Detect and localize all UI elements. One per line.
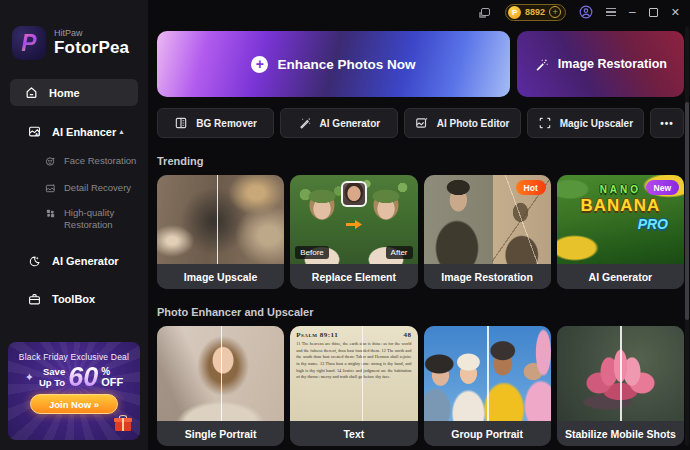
ai-enhancer-icon: AI	[28, 125, 41, 138]
credits-count: 8892	[525, 7, 545, 17]
gallery-icon[interactable]	[481, 8, 492, 16]
card-label: Text	[290, 421, 417, 446]
join-now-button[interactable]: Join Now »	[30, 394, 118, 414]
new-badge: New	[646, 180, 679, 195]
promo-percent: 60	[68, 365, 98, 389]
ai-photo-editor-label: AI Photo Editor	[437, 118, 510, 129]
text-page-thumbnail: Psalm 89:11 48 11 The heavens are thine,…	[290, 326, 417, 421]
before-after-divider	[487, 326, 489, 421]
ai-photo-editor-button[interactable]: AI Photo Editor	[404, 108, 521, 138]
quick-tools-row: BG Remover AI Generator AI Photo Editor …	[157, 108, 684, 138]
promo-title: Black Friday Exclusive Deal	[8, 352, 140, 362]
card-replace-element[interactable]: Before After Replace Element	[290, 175, 417, 289]
sidebar-item-ai-generator[interactable]: AI Generator	[0, 255, 148, 268]
card-ai-generator[interactable]: New NANO BANANA PRO AI Generator	[557, 175, 684, 289]
card-label: Single Portrait	[157, 421, 284, 446]
face-restoration-icon	[45, 156, 56, 167]
card-label: Replace Element	[290, 264, 417, 289]
ai-generator-button[interactable]: AI Generator	[280, 108, 397, 138]
promo-upto-word: Up To	[39, 377, 65, 388]
chevron-up-icon[interactable]: ▲	[118, 128, 125, 135]
single-portrait-thumbnail	[157, 326, 284, 421]
sidebar-item-detail-recovery[interactable]: Detail Recovery	[0, 182, 148, 194]
app-logo: P HitPaw FotorPea	[12, 26, 148, 60]
home-icon	[25, 86, 38, 99]
magic-upscaler-button[interactable]: Magic Upscaler	[527, 108, 644, 138]
svg-text:AI: AI	[35, 132, 39, 137]
upscale-brackets-icon	[538, 116, 552, 130]
sidebar-item-toolbox[interactable]: ToolBox	[0, 293, 148, 306]
trending-cards: Image Upscale Before After Replace Eleme…	[157, 175, 684, 289]
sidebar-item-face-restoration[interactable]: Face Restoration	[0, 155, 148, 167]
detail-recovery-icon	[45, 183, 56, 194]
sidebar-item-high-quality-restoration[interactable]: High-quality Restoration	[0, 207, 148, 231]
scrollbar-thumb[interactable]	[685, 102, 689, 320]
pro-text: PRO	[638, 216, 668, 232]
image-upscale-thumbnail	[157, 175, 284, 264]
enhance-photos-now-button[interactable]: + Enhance Photos Now	[157, 31, 510, 97]
brand-hitpaw: HitPaw	[54, 28, 129, 38]
bg-remover-icon	[174, 116, 188, 130]
psalm-body-text: 11 The heavens are thine, the earth also…	[296, 341, 411, 381]
close-icon[interactable]: ✕	[671, 6, 680, 19]
high-quality-restoration-label: High-quality Restoration	[64, 207, 138, 231]
replace-element-thumbnail: Before After	[290, 175, 417, 264]
card-single-portrait[interactable]: Single Portrait	[157, 326, 284, 446]
enhance-photos-now-label: Enhance Photos Now	[277, 57, 415, 72]
toolbox-label: ToolBox	[52, 293, 95, 305]
brand-fotorpea: FotorPea	[54, 38, 129, 58]
card-label: Group Portrait	[424, 421, 551, 446]
promo-off-word: OFF	[101, 377, 123, 388]
card-stabilize-mobile-shots[interactable]: Stabilize Mobile Shots	[557, 326, 684, 446]
ai-generator-icon	[28, 255, 41, 268]
promo-save-word: Save	[43, 366, 65, 377]
trending-section-title: Trending	[157, 155, 684, 167]
before-after-divider	[620, 326, 622, 421]
black-friday-banner[interactable]: Black Friday Exclusive Deal ✦ Save Up To…	[8, 342, 140, 440]
image-restoration-button[interactable]: Image Restoration	[517, 31, 684, 97]
ai-enhancer-label: AI Enhancer	[52, 126, 116, 138]
image-restoration-label: Image Restoration	[558, 57, 667, 71]
photo-editor-icon	[415, 116, 429, 130]
credits-badge[interactable]: P 8892 +	[505, 4, 566, 21]
account-avatar-icon[interactable]	[579, 5, 593, 19]
stabilize-thumbnail	[557, 326, 684, 421]
psalm-heading: Psalm 89:11	[296, 331, 338, 339]
plus-icon: +	[251, 56, 268, 73]
card-group-portrait[interactable]: Group Portrait	[424, 326, 551, 446]
toolbox-icon	[28, 293, 41, 306]
add-credits-icon[interactable]: +	[549, 6, 561, 18]
detail-recovery-label: Detail Recovery	[64, 182, 131, 194]
ai-generator-nav-label: AI Generator	[52, 255, 119, 267]
home-label: Home	[49, 87, 80, 99]
menu-icon[interactable]	[606, 8, 616, 17]
card-image-upscale[interactable]: Image Upscale	[157, 175, 284, 289]
content: + Enhance Photos Now Image Restoration B…	[148, 24, 690, 446]
face-restoration-label: Face Restoration	[64, 155, 136, 167]
main-area: P 8892 + – ✕ + Enhance Photos Now Image …	[148, 0, 690, 450]
sidebar-item-home[interactable]: Home	[10, 79, 138, 106]
card-text[interactable]: Psalm 89:11 48 11 The heavens are thine,…	[290, 326, 417, 446]
high-quality-restoration-icon	[45, 208, 56, 219]
coin-icon: P	[508, 6, 521, 19]
enhancer-section-title: Photo Enhancer and Upscaler	[157, 306, 684, 318]
bg-remover-button[interactable]: BG Remover	[157, 108, 274, 138]
more-tools-button[interactable]: •••	[650, 108, 684, 138]
sidebar: P HitPaw FotorPea Home AI AI Enhancer ▲ …	[0, 0, 148, 450]
pen-wand-icon	[298, 116, 312, 130]
sparkle-icon: ✦	[25, 371, 34, 384]
before-after-divider	[362, 326, 364, 421]
nano-text: NANO	[600, 184, 641, 195]
magic-wand-icon	[534, 57, 549, 72]
page-number: 48	[404, 331, 412, 339]
sidebar-item-ai-enhancer[interactable]: AI AI Enhancer ▲	[0, 125, 148, 138]
titlebar: P 8892 + – ✕	[148, 0, 690, 24]
arrow-right-icon	[346, 216, 362, 234]
minimize-icon[interactable]: –	[629, 5, 636, 19]
maximize-icon[interactable]	[649, 8, 658, 17]
before-after-divider	[217, 175, 219, 264]
bg-remover-label: BG Remover	[196, 118, 257, 129]
enhancer-cards: Single Portrait Psalm 89:11 48 11 The he…	[157, 326, 684, 446]
scrollbar-track	[685, 26, 689, 446]
card-image-restoration[interactable]: Hot Image Restoration	[424, 175, 551, 289]
